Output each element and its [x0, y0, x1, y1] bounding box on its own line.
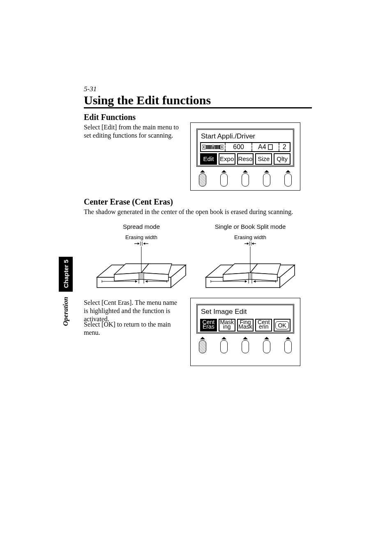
hw-button	[220, 170, 228, 187]
softkey-label: Eras	[203, 323, 214, 330]
single-mode-diagram: Single or Book Split mode Erasing width	[205, 223, 295, 291]
hw-button	[263, 337, 270, 353]
lcd-title-1: Start Appli./Driver	[200, 131, 291, 142]
svg-marker-50	[250, 273, 277, 281]
status-paper: A4	[252, 143, 278, 151]
softkey-fing-mask: Fing Mask	[237, 319, 254, 332]
svg-marker-27	[141, 273, 168, 281]
erasing-width-label: Erasing width	[205, 234, 295, 240]
open-book-single-icon	[205, 246, 295, 290]
operation-label: Operation	[62, 293, 70, 330]
softkey-label: ing	[223, 323, 231, 330]
svg-marker-43	[252, 242, 254, 245]
svg-marker-13	[221, 146, 223, 148]
softkey-size: Size	[255, 153, 272, 165]
svg-rect-5	[211, 145, 212, 149]
hw-button	[199, 170, 206, 187]
center-erase-heading: Center Erase (Cent Eras)	[84, 197, 173, 207]
svg-marker-20	[143, 242, 145, 245]
cent-eras-select-text: Select [Cent Eras]. The menu name is hig…	[84, 299, 182, 323]
single-mode-label: Single or Book Split mode	[205, 223, 295, 230]
status-resolution: 600	[226, 143, 251, 151]
chapter-label: Chapter 5	[62, 258, 69, 290]
svg-marker-28	[139, 273, 144, 279]
softkey-label: Mask	[238, 323, 252, 330]
svg-rect-9	[216, 145, 217, 149]
lcd-panel-figure-2: Set Image Edit Cent Eras Mask ing Fing M…	[190, 298, 300, 366]
softkey-cent-eras: Cent Eras	[200, 319, 217, 332]
title-rule	[84, 107, 312, 108]
lcd-display-1: Start Appli./Driver	[196, 129, 294, 167]
softkey-row-2: Cent Eras Mask ing Fing Mask Cent erin O…	[200, 319, 291, 332]
spread-mode-label: Spread mode	[96, 223, 187, 230]
page-number: 5-31	[84, 85, 97, 93]
page-title: Using the Edit functions	[84, 93, 211, 107]
svg-marker-39	[247, 242, 249, 245]
operation-tab: Operation	[59, 293, 73, 330]
softkey-row-1: Edit Expo Reso Size Qlty	[200, 153, 291, 165]
softkey-ok: OK	[274, 319, 291, 332]
hw-button	[284, 170, 292, 187]
width-arrows-icon	[205, 241, 295, 246]
hw-button-row-2	[199, 337, 292, 353]
status-glyphs	[201, 144, 225, 150]
svg-rect-14	[268, 145, 272, 150]
lcd-display-2: Set Image Edit Cent Eras Mask ing Fing M…	[196, 304, 294, 334]
hw-button	[263, 170, 270, 187]
paper-size-label: A4	[258, 143, 266, 150]
center-erase-text: The shadow generated in the center of th…	[84, 208, 312, 216]
svg-rect-7	[212, 145, 214, 147]
spread-mode-diagram: Spread mode Erasing width	[96, 223, 187, 291]
hw-button	[199, 337, 206, 353]
lcd-panel-figure-1: Start Appli./Driver	[190, 122, 300, 191]
softkey-centerin: Cent erin	[255, 319, 272, 332]
svg-marker-51	[249, 273, 252, 279]
status-count: 2	[279, 143, 290, 151]
erasing-width-label: Erasing width	[96, 234, 187, 240]
softkey-reso: Reso	[237, 153, 254, 165]
softkey-masking: Mask ing	[219, 319, 235, 332]
svg-rect-10	[217, 145, 219, 149]
svg-rect-4	[209, 145, 210, 149]
hw-button	[242, 170, 249, 187]
hw-button	[242, 337, 249, 353]
lcd-title-2: Set Image Edit	[200, 307, 291, 318]
softkey-label: erin	[259, 323, 268, 330]
softkey-qlty: Qlty	[274, 153, 291, 165]
bargraph-icon	[202, 144, 224, 150]
ok-label: OK	[275, 321, 288, 329]
side-tab: Chapter 5 Operation	[59, 257, 73, 329]
hw-button	[284, 337, 292, 353]
svg-rect-8	[214, 145, 216, 149]
chapter-tab: Chapter 5	[59, 257, 73, 292]
softkey-edit: Edit	[200, 153, 217, 165]
svg-marker-1	[203, 146, 204, 148]
hw-button	[220, 337, 228, 353]
softkey-expo: Expo	[219, 153, 235, 165]
hw-button-row-1	[199, 170, 292, 187]
ok-return-text: Select [OK] to return to the main menu.	[84, 320, 182, 337]
width-arrows-icon	[96, 241, 187, 246]
status-row: 600 A4 2	[200, 142, 291, 152]
svg-marker-49	[223, 273, 250, 281]
svg-rect-3	[208, 145, 209, 149]
portrait-icon	[268, 144, 273, 150]
document-page: 5-31 Using the Edit functions Chapter 5 …	[0, 0, 392, 555]
edit-functions-heading: Edit Functions	[84, 113, 136, 122]
edit-functions-text: Select [Edit] from the main menu to set …	[84, 123, 182, 140]
svg-rect-11	[219, 145, 220, 149]
svg-rect-2	[206, 145, 208, 149]
svg-marker-16	[138, 242, 139, 245]
svg-marker-26	[114, 273, 141, 281]
open-book-spread-icon	[96, 246, 187, 290]
